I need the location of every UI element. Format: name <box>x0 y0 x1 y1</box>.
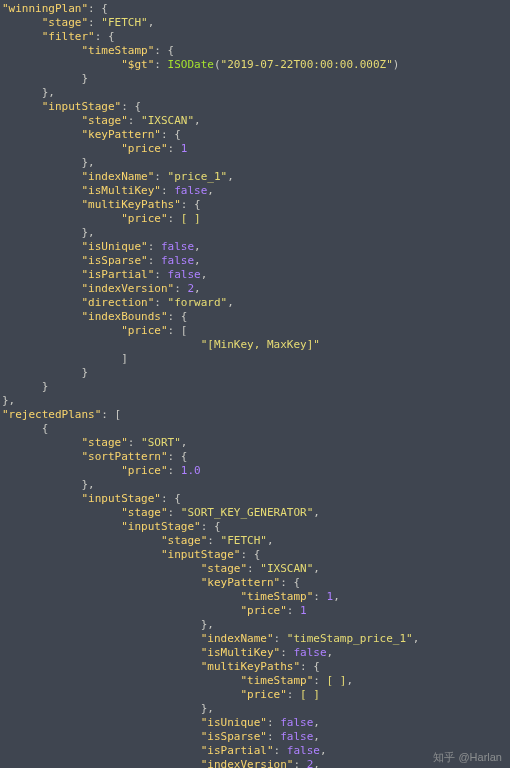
watermark-text: 知乎 @Harlan <box>433 750 502 764</box>
json-code-block: "winningPlan": { "stage": "FETCH", "filt… <box>0 0 510 768</box>
